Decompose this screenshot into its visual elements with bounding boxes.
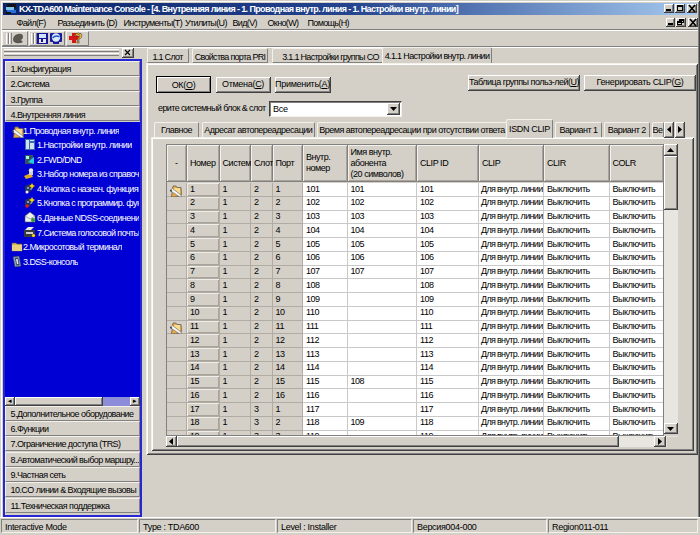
svg-text:?: ? xyxy=(74,31,82,45)
